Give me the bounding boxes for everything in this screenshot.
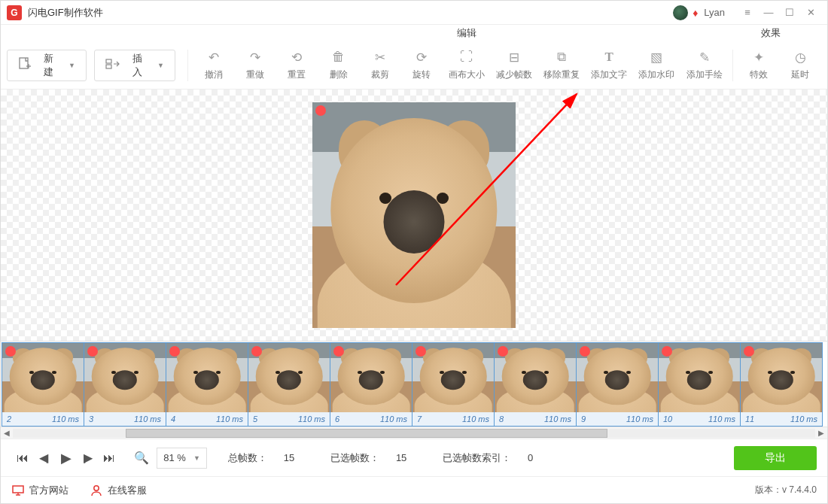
support-icon <box>90 484 103 497</box>
frame-item[interactable]: 7110 ms <box>412 342 495 427</box>
insert-button-label: 插入 <box>132 52 151 79</box>
reset-button[interactable]: ⟲重置 <box>276 47 318 83</box>
frame-thumb <box>577 343 658 412</box>
search-icon[interactable]: 🔍 <box>134 451 149 465</box>
monitor-icon <box>11 484 25 497</box>
frame-number: 9 <box>581 414 586 424</box>
preview-image <box>312 102 516 328</box>
frame-number: 3 <box>89 414 93 424</box>
scroll-left-icon[interactable]: ◀ <box>1 429 13 437</box>
fx-button[interactable]: ✦特效 <box>738 47 779 83</box>
frame-item[interactable]: 4110 ms <box>166 342 248 427</box>
watermark-icon: ▧ <box>650 49 662 65</box>
remove-dup-button[interactable]: ⧉移除重复 <box>537 47 585 83</box>
canvas-size-button[interactable]: ⛶画布大小 <box>443 47 490 83</box>
frame-item[interactable]: 11110 ms <box>740 342 823 427</box>
scrollbar-thumb[interactable] <box>126 429 607 438</box>
delete-button[interactable]: 🗑删除 <box>318 47 359 83</box>
frame-duration: 110 ms <box>298 414 325 424</box>
app-logo: G <box>7 5 22 20</box>
frame-thumb <box>2 343 84 412</box>
frames-strip[interactable]: 2110 ms3110 ms4110 ms5110 ms6110 ms7110 … <box>1 342 827 427</box>
frame-number: 7 <box>417 414 422 424</box>
crop-button[interactable]: ✂裁剪 <box>359 47 400 83</box>
version-label: 版本：v 7.4.4.0 <box>755 484 817 496</box>
delay-button[interactable]: ◷延时 <box>780 47 821 83</box>
section-effects-label: 效果 <box>737 26 827 40</box>
pencil-icon: ✎ <box>699 49 710 65</box>
frame-item[interactable]: 9110 ms <box>576 342 659 427</box>
add-watermark-button[interactable]: ▧添加水印 <box>633 47 680 83</box>
undo-button[interactable]: ↶撤消 <box>193 47 234 83</box>
zoom-value: 81 <box>163 452 174 463</box>
close-button[interactable]: ✕ <box>800 7 821 18</box>
frame-duration: 110 ms <box>216 414 243 424</box>
undo-icon: ↶ <box>209 49 219 65</box>
svg-rect-3 <box>106 59 111 63</box>
frame-thumb <box>248 343 330 412</box>
frame-thumb <box>495 343 576 412</box>
first-frame-button[interactable]: ⏮ <box>17 451 29 465</box>
canvas[interactable] <box>1 90 827 341</box>
menu-icon[interactable]: ≡ <box>737 7 758 18</box>
support-link[interactable]: 在线客服 <box>90 484 147 497</box>
zoom-unit: % <box>177 452 186 463</box>
frame-item[interactable]: 10110 ms <box>658 342 741 427</box>
frame-item[interactable]: 2110 ms <box>2 342 84 427</box>
frame-thumb <box>166 343 248 412</box>
scroll-right-icon[interactable]: ▶ <box>815 429 827 437</box>
titlebar: G 闪电GIF制作软件 ♦ Lyan ≡ — ☐ ✕ <box>1 1 827 25</box>
playback-controls: ⏮ ◀| ▶ |▶ ⏭ 🔍 81 % ▼ 总帧数：15 已选帧数：15 已选帧数… <box>1 439 827 476</box>
frame-item[interactable]: 3110 ms <box>84 342 166 427</box>
new-button[interactable]: 新建 ▼ <box>7 50 87 81</box>
footer: 官方网站 在线客服 版本：v 7.4.4.0 <box>1 476 827 503</box>
rotate-button[interactable]: ⟳旋转 <box>401 47 443 83</box>
zoom-select[interactable]: 81 % ▼ <box>157 448 207 469</box>
insert-button[interactable]: 插入 ▼ <box>94 50 175 81</box>
section-edit-label: 编辑 <box>1 26 737 40</box>
new-file-icon <box>18 57 38 73</box>
svg-point-9 <box>94 485 99 490</box>
username[interactable]: Lyan <box>704 7 725 18</box>
export-button[interactable]: 导出 <box>734 446 817 470</box>
frame-item[interactable]: 6110 ms <box>330 342 412 427</box>
clock-icon: ◷ <box>795 49 806 65</box>
frame-thumb <box>84 343 166 412</box>
rotate-icon: ⟳ <box>416 49 427 65</box>
frame-duration: 110 ms <box>708 414 735 424</box>
svg-rect-4 <box>106 65 111 68</box>
svg-rect-6 <box>13 486 23 493</box>
resize-icon: ⛶ <box>460 49 473 65</box>
new-button-label: 新建 <box>44 52 62 79</box>
frame-number: 10 <box>663 414 672 424</box>
frame-item[interactable]: 8110 ms <box>494 342 577 427</box>
frame-duration: 110 ms <box>544 414 571 424</box>
add-draw-button[interactable]: ✎添加手绘 <box>680 47 728 83</box>
user-avatar[interactable] <box>673 5 688 20</box>
prev-frame-button[interactable]: ◀| <box>39 451 50 465</box>
chevron-down-icon: ▼ <box>157 62 164 69</box>
frame-duration: 110 ms <box>134 414 161 424</box>
timeline: 2110 ms3110 ms4110 ms5110 ms6110 ms7110 … <box>1 341 827 439</box>
chevron-down-icon: ▼ <box>193 454 200 462</box>
text-icon: T <box>605 49 613 65</box>
add-text-button[interactable]: T添加文字 <box>586 47 633 83</box>
frame-thumb <box>330 343 412 412</box>
minimize-button[interactable]: — <box>758 7 779 18</box>
official-site-link[interactable]: 官方网站 <box>11 484 68 497</box>
frame-duration: 110 ms <box>462 414 489 424</box>
toolbar: 新建 ▼ 插入 ▼ ↶撤消 ↷重做 ⟲重置 🗑删除 ✂裁剪 ⟳旋转 ⛶画布大小 … <box>1 41 827 90</box>
frame-thumb <box>741 343 822 412</box>
next-frame-button[interactable]: |▶ <box>82 451 93 465</box>
insert-icon <box>105 57 126 73</box>
last-frame-button[interactable]: ⏭ <box>103 451 115 465</box>
scissors-icon: ✂ <box>375 49 385 65</box>
timeline-scrollbar[interactable]: ◀ ▶ <box>1 427 827 439</box>
maximize-button[interactable]: ☐ <box>779 7 800 18</box>
play-button[interactable]: ▶ <box>61 450 72 466</box>
redo-button[interactable]: ↷重做 <box>234 47 275 83</box>
frame-item[interactable]: 5110 ms <box>248 342 330 427</box>
reduce-frames-button[interactable]: ⊟减少帧数 <box>490 47 537 83</box>
frame-duration: 110 ms <box>790 414 817 424</box>
frame-number: 5 <box>253 414 257 424</box>
